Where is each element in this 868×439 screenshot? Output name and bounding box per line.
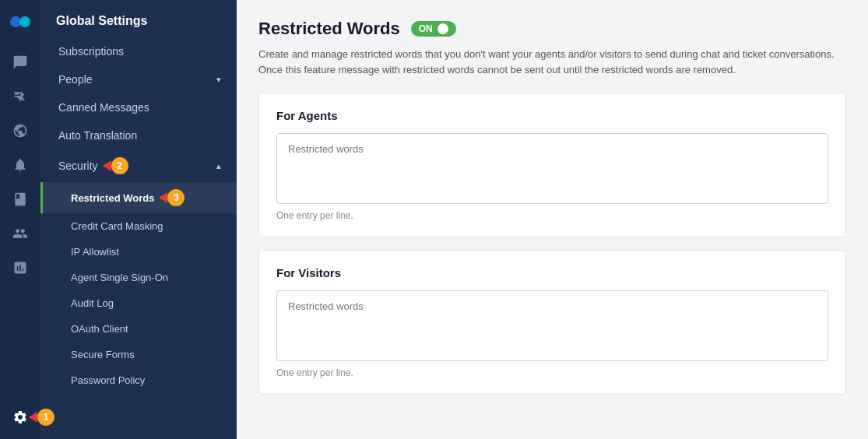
svg-point-1 [19, 16, 30, 27]
sidebar-item-subscriptions[interactable]: Subscriptions [40, 37, 237, 65]
for-agents-textarea[interactable] [277, 134, 828, 200]
page-header: Restricted Words ON [258, 19, 846, 39]
sidebar-item-security[interactable]: Security 2 ▴ [40, 149, 237, 182]
for-visitors-section: For Visitors One entry per line. [258, 250, 846, 395]
for-visitors-textarea[interactable] [277, 291, 828, 357]
sidebar-item-agent-sso[interactable]: Agent Single Sign-On [40, 265, 237, 290]
sidebar-item-secure-forms[interactable]: Secure Forms [40, 342, 237, 367]
sidebar-item-canned-messages[interactable]: Canned Messages [40, 93, 237, 121]
nav-sidebar: Global Settings Subscriptions People ▾ C… [40, 0, 237, 439]
contacts-nav-icon[interactable] [3, 218, 37, 249]
sidebar-item-audit-log[interactable]: Audit Log [40, 290, 237, 316]
sidebar-item-people[interactable]: People ▾ [40, 65, 237, 93]
sidebar-item-password-policy[interactable]: Password Policy [40, 367, 237, 393]
sidebar-item-credit-card-masking[interactable]: Credit Card Masking [40, 213, 237, 239]
toggle-circle [438, 23, 448, 34]
for-agents-hint: One entry per line. [276, 210, 828, 221]
for-visitors-title: For Visitors [276, 266, 828, 279]
nav-header: Global Settings [40, 0, 237, 37]
people-chevron-icon: ▾ [216, 75, 221, 85]
main-content: Restricted Words ON Create and manage re… [237, 0, 868, 439]
book-nav-icon[interactable] [3, 184, 37, 215]
sidebar-item-ip-allowlist[interactable]: IP Allowlist [40, 239, 237, 265]
notification-nav-icon[interactable] [3, 149, 37, 181]
sidebar-item-oauth-client[interactable]: OAuth Client [40, 316, 237, 342]
page-title: Restricted Words [258, 19, 400, 39]
chat-nav-icon[interactable] [3, 47, 37, 78]
sidebar-item-restricted-words[interactable]: Restricted Words 3 [40, 182, 237, 213]
for-agents-section: For Agents One entry per line. [258, 93, 846, 237]
for-visitors-hint: One entry per line. [276, 367, 828, 378]
for-visitors-textarea-wrapper [276, 290, 828, 361]
page-description: Create and manage restricted words that … [258, 47, 846, 77]
svg-point-0 [10, 16, 21, 27]
toggle-switch[interactable]: ON [411, 21, 456, 37]
translation-nav-icon[interactable] [3, 81, 37, 112]
logo-icon[interactable] [6, 8, 34, 36]
settings-nav-icon[interactable]: 1 [3, 402, 37, 433]
security-chevron-icon: ▴ [216, 161, 221, 171]
reports-nav-icon[interactable] [3, 252, 37, 283]
step3-callout: 3 [159, 189, 184, 206]
icon-sidebar: 1 [0, 0, 40, 439]
for-agents-textarea-wrapper [276, 133, 828, 204]
for-agents-title: For Agents [276, 109, 828, 122]
agent-nav-icon[interactable] [3, 115, 37, 146]
toggle-label: ON [419, 23, 433, 34]
sidebar-item-auto-translation[interactable]: Auto Translation [40, 121, 237, 149]
step2-callout: 2 [103, 157, 128, 174]
